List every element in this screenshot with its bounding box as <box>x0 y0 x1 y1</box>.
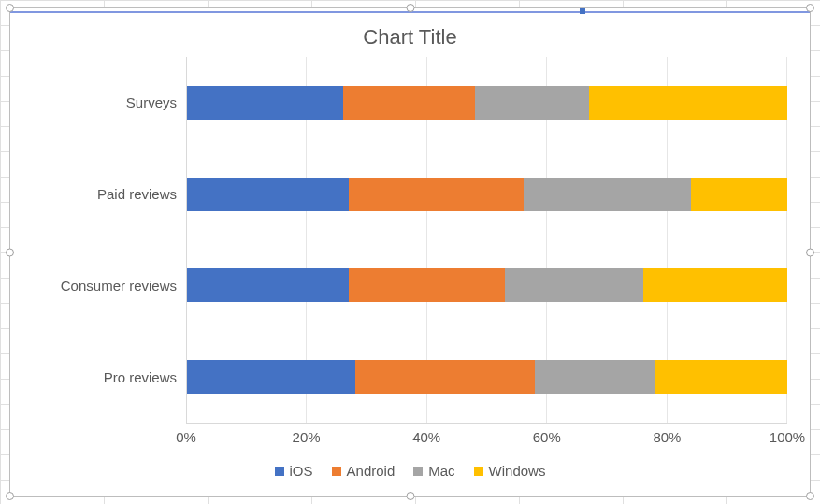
y-tick-label: Pro reviews <box>104 369 177 386</box>
legend-item[interactable]: Android <box>332 463 396 479</box>
y-tick-label: Paid reviews <box>97 186 177 203</box>
bar-segment[interactable] <box>589 86 787 120</box>
bar-segment[interactable] <box>505 268 643 302</box>
resize-handle-right-center[interactable] <box>806 248 814 256</box>
legend-item[interactable]: Windows <box>474 463 546 479</box>
x-tick-label: 60% <box>533 429 561 445</box>
bar-segment[interactable] <box>349 178 523 211</box>
y-tick-label: Consumer reviews <box>61 278 177 295</box>
resize-handle-top-right[interactable] <box>806 4 814 12</box>
legend-item[interactable]: iOS <box>275 463 313 479</box>
resize-handle-left-center[interactable] <box>6 248 14 256</box>
resize-handle-bottom-right[interactable] <box>806 492 814 500</box>
legend-item[interactable]: Mac <box>413 463 454 479</box>
legend-swatch <box>413 467 423 476</box>
x-axis: 0%20%40%60%80%100% <box>18 424 802 454</box>
chart-object[interactable]: Chart Title SurveysPaid reviewsConsumer … <box>9 7 811 497</box>
y-axis-labels: SurveysPaid reviewsConsumer reviewsPro r… <box>18 57 186 424</box>
bar-segment[interactable] <box>187 360 355 394</box>
bar-segment[interactable] <box>655 360 787 394</box>
bar-segment[interactable] <box>535 360 655 394</box>
bars-container <box>187 57 787 423</box>
resize-handle-top-center[interactable] <box>406 4 414 12</box>
chart-area[interactable]: Chart Title SurveysPaid reviewsConsumer … <box>18 12 802 492</box>
plot-row: SurveysPaid reviewsConsumer reviewsPro r… <box>18 57 802 424</box>
x-tick-label: 0% <box>176 429 196 445</box>
chart-title[interactable]: Chart Title <box>18 12 802 57</box>
bar-segment[interactable] <box>187 86 343 120</box>
bar-segment[interactable] <box>643 268 787 302</box>
bar-segment[interactable] <box>349 268 505 302</box>
x-tick-label: 40% <box>412 429 440 445</box>
resize-handle-bottom-left[interactable] <box>6 492 14 500</box>
legend-label: Windows <box>489 463 546 479</box>
bar-row[interactable] <box>187 178 787 211</box>
bar-row[interactable] <box>187 268 787 302</box>
bar-row[interactable] <box>187 86 787 120</box>
bar-segment[interactable] <box>524 178 692 211</box>
legend[interactable]: iOSAndroidMacWindows <box>18 454 802 492</box>
resize-handle-top-left[interactable] <box>6 4 14 12</box>
legend-swatch <box>332 467 341 476</box>
bar-segment[interactable] <box>187 178 349 211</box>
legend-label: Mac <box>428 463 454 479</box>
plot-area[interactable] <box>186 57 787 424</box>
bar-row[interactable] <box>187 360 787 394</box>
x-tick-label: 20% <box>293 429 321 445</box>
bar-segment[interactable] <box>475 86 589 120</box>
resize-handle-bottom-center[interactable] <box>406 492 414 500</box>
bar-segment[interactable] <box>355 360 536 394</box>
legend-label: iOS <box>290 463 313 479</box>
bar-segment[interactable] <box>691 178 787 211</box>
legend-swatch <box>275 467 284 476</box>
x-tick-label: 80% <box>653 429 681 445</box>
bar-segment[interactable] <box>343 86 475 120</box>
y-tick-label: Surveys <box>126 94 177 111</box>
legend-label: Android <box>347 463 396 479</box>
x-tick-label: 100% <box>770 429 805 445</box>
legend-swatch <box>474 467 483 476</box>
bar-segment[interactable] <box>187 268 349 302</box>
